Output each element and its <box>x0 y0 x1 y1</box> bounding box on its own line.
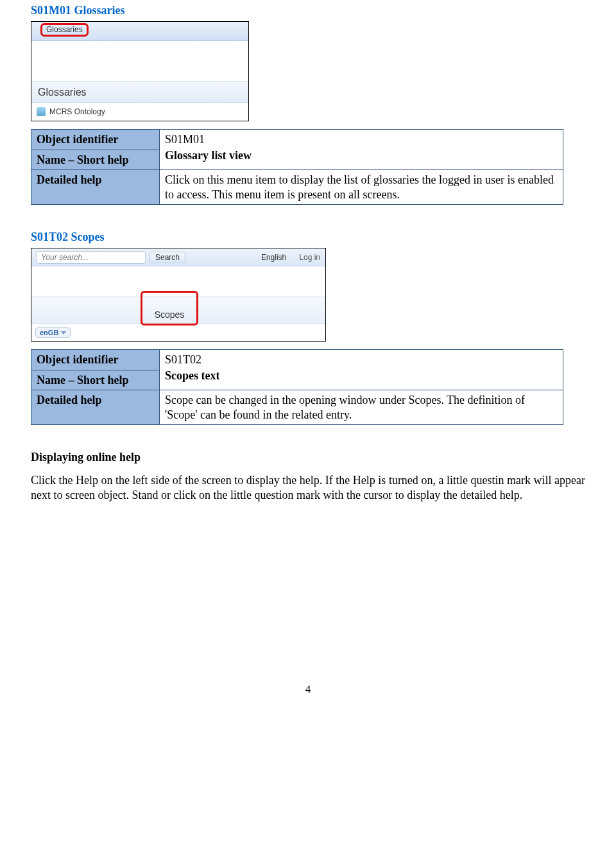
screenshot1-item-label: MCRS Ontology <box>49 107 105 116</box>
table-row: Object identifier S01T02 Scopes text <box>31 350 563 370</box>
ontology-icon <box>37 107 46 116</box>
row1-label: Object identifier <box>31 130 160 150</box>
chevron-down-icon <box>61 331 66 334</box>
row2-label: Name – Short help <box>31 150 160 170</box>
highlighted-tab-glossaries[interactable]: Glossaries <box>40 23 89 37</box>
table-row: Detailed help Scope can be changed in th… <box>31 390 563 425</box>
row1-value: S01T02 <box>165 352 558 367</box>
section2-heading: S01T02 Scopes <box>31 230 585 244</box>
lang-pill[interactable]: enGB <box>35 327 71 338</box>
body-paragraph: Click the Help on the left side of the s… <box>31 473 585 503</box>
screenshot1-tabbar: Glossaries <box>31 22 248 41</box>
row1-label: Object identifier <box>31 350 160 370</box>
section1-heading: S01M01 Glossaries <box>31 4 585 17</box>
screenshot2-panel-bar: Scopes <box>31 297 325 324</box>
row3-label: Detailed help <box>31 170 160 205</box>
row2-value: Scopes text <box>165 369 558 383</box>
highlighted-scopes-label: Scopes <box>141 291 198 325</box>
screenshot2-footer: enGB <box>31 324 325 341</box>
row3-value: Scope can be changed in the opening wind… <box>160 390 563 425</box>
row1-2-value: S01M01 Glossary list view <box>160 130 563 170</box>
row2-value: Glossary list view <box>165 148 558 163</box>
body-heading: Displaying online help <box>31 451 585 464</box>
lang-pill-label: enGB <box>40 329 58 336</box>
screenshot1-blank-area <box>31 41 248 82</box>
search-button[interactable]: Search <box>150 252 185 263</box>
row2-label: Name – Short help <box>31 370 160 390</box>
table-row: Detailed help Click on this menu item to… <box>31 170 563 205</box>
info-table-2: Object identifier S01T02 Scopes text Nam… <box>31 349 563 425</box>
info-table-1: Object identifier S01M01 Glossary list v… <box>31 129 563 205</box>
row3-label: Detailed help <box>31 390 160 425</box>
table-row: Object identifier S01M01 Glossary list v… <box>31 130 563 150</box>
screenshot-glossaries: Glossaries Glossaries MCRS Ontology <box>31 21 249 121</box>
screenshot1-list-item[interactable]: MCRS Ontology <box>31 103 248 121</box>
search-input[interactable]: Your search... <box>37 251 146 264</box>
screenshot2-toolbar: Your search... Search English Log in <box>31 248 325 266</box>
row1-value: S01M01 <box>165 132 558 147</box>
language-link[interactable]: English <box>261 253 286 262</box>
row3-value: Click on this menu item to display the l… <box>160 170 563 205</box>
row1-2-value: S01T02 Scopes text <box>160 350 563 390</box>
screenshot1-panel-title: Glossaries <box>31 82 248 103</box>
screenshot-scopes: Your search... Search English Log in Sco… <box>31 248 326 342</box>
page-number: 4 <box>31 683 585 696</box>
login-link[interactable]: Log in <box>299 253 320 262</box>
